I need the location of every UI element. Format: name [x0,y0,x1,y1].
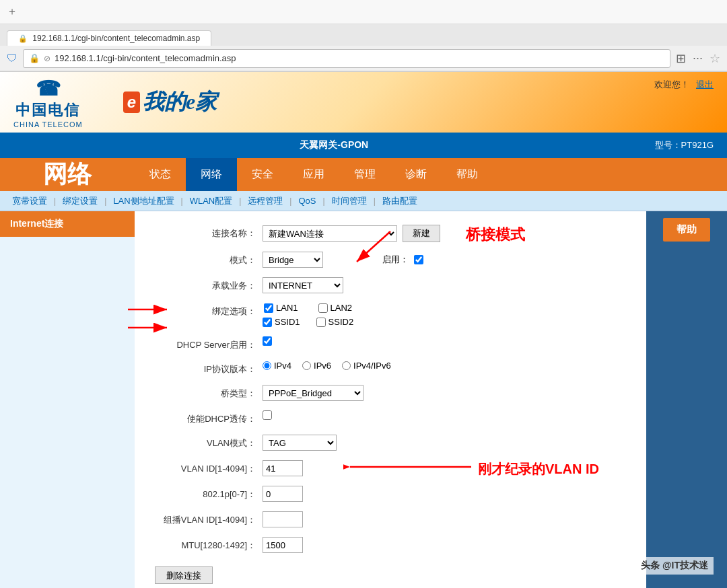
dhcp-passthrough-value [263,410,272,420]
service-value: INTERNET [263,277,343,293]
service-select[interactable]: INTERNET [263,277,343,293]
nav-items: 状态 网络 安全 应用 管理 诊断 帮助 [135,158,493,191]
ssid2-label: SSID2 [328,317,354,327]
mtu-label: MTU[1280-1492]： [155,537,263,552]
sub-nav-route[interactable]: 路由配置 [377,195,423,207]
delete-connection-btn[interactable]: 删除连接 [155,566,213,584]
sub-nav-lan[interactable]: LAN侧地址配置 [108,195,179,207]
new-connection-btn[interactable]: 新建 [403,225,440,242]
ssid2-check-label[interactable]: SSID2 [316,317,354,327]
ipv4-radio-label[interactable]: IPv4 [263,361,291,371]
sub-nav-qos[interactable]: QoS [293,196,321,206]
help-button[interactable]: 帮助 [663,218,710,242]
ipv6-radio-label[interactable]: IPv6 [302,361,331,371]
lock-icon: 🔒 [29,53,40,63]
ipv4-text: IPv4 [274,361,291,371]
lan2-checkbox[interactable] [318,303,328,313]
header-user-actions: 欢迎您！ 退出 [654,79,714,91]
nav-item-diagnose[interactable]: 诊断 [390,158,442,191]
ip-version-label: IP协议版本： [155,361,263,375]
watermark: 头条 @IT技术迷 [635,557,714,575]
form-row-dhcp: DHCP Server启用： [155,336,626,351]
bind-options: LAN1 LAN2 SSID1 [263,303,353,327]
tab-lock-icon: 🔒 [18,34,28,42]
bridge-type-value: PPPoE_Bridged [263,385,364,401]
connection-name-select[interactable]: 新建WAN连接 [263,225,397,242]
lan1-checkbox[interactable] [264,303,273,313]
sidebar: Internet连接 [0,211,135,588]
form-row-dhcp-passthrough: 使能DHCP透传： [155,410,626,425]
mode-value: Bridge 启用： [263,252,423,268]
dhcp-checkbox[interactable] [263,336,272,346]
menu-icon[interactable]: ··· [693,51,703,65]
bridge-type-select[interactable]: PPPoE_Bridged [263,385,364,401]
sub-nav-remote[interactable]: 远程管理 [242,195,288,207]
sub-nav-time[interactable]: 时间管理 [326,195,372,207]
shield-icon: 🛡 [7,52,18,65]
dhcp-value [263,336,272,346]
ssid1-label: SSID1 [275,317,300,327]
ssid1-checkbox[interactable] [263,318,272,327]
bind-line-2: SSID1 SSID2 [263,317,353,327]
nav-item-status[interactable]: 状态 [135,158,186,191]
ssid1-check-label[interactable]: SSID1 [263,317,300,327]
browser-tab[interactable]: 🔒 192.168.1.1/cgi-bin/content_telecomadm… [7,30,211,46]
gateway-model: 型号：PT921G [655,139,714,151]
browser-address-bar: 🛡 🔒 ⊘ 192.168.1.1/cgi-bin/content_teleco… [0,46,727,71]
header: ☎ 中国电信 CHINA TELECOM e 我的e家 欢迎您！ 退出 [0,72,727,133]
ipv6-radio[interactable] [302,361,311,370]
china-telecom-logo: ☎ 中国电信 CHINA TELECOM [13,77,83,128]
nav-item-apps[interactable]: 应用 [288,158,339,191]
nav-item-help[interactable]: 帮助 [442,158,493,191]
sub-nav-wlan[interactable]: WLAN配置 [184,195,238,207]
main-content: 桥接模式 连接名称： 新建WAN连接 [135,211,646,588]
nav-item-network[interactable]: 网络 [186,158,237,191]
mode-select[interactable]: Bridge [263,252,323,268]
vlan-id-input[interactable]: 41 [263,460,303,476]
ipv4v6-radio[interactable] [342,361,351,370]
mtu-input[interactable]: 1500 [263,537,303,553]
nav-item-manage[interactable]: 管理 [339,158,390,191]
bind-label: 绑定选项： [155,303,263,318]
sub-nav-bind[interactable]: 绑定设置 [57,195,103,207]
address-text[interactable]: 192.168.1.1/cgi-bin/content_telecomadmin… [55,53,236,63]
form-row-ip-version: IP协议版本： IPv4 IPv6 IPv4/IPv6 [155,361,626,375]
welcome-text: 欢迎您！ [654,79,689,91]
telecom-sub: CHINA TELECOM [13,120,83,128]
sidebar-item-internet[interactable]: Internet连接 [0,211,135,237]
vlan-mode-select[interactable]: TAG [263,435,337,451]
extensions-icon[interactable]: ⊞ [676,51,686,66]
vlan-id-annotation: 刚才纪录的VLAN ID [478,460,599,478]
form-row-group-vlan: 组播VLAN ID[1-4094]： [155,511,626,527]
dot1p-input[interactable]: 0 [263,486,303,502]
ipv4-radio[interactable] [263,361,271,370]
logo-left: ☎ 中国电信 CHINA TELECOM [13,77,83,128]
nav-section-label-area: 网络 [0,158,135,191]
vlan-mode-value: TAG [263,435,337,451]
lan2-check-label[interactable]: LAN2 [318,303,353,313]
ipv4v6-radio-label[interactable]: IPv4/IPv6 [342,361,391,371]
sub-nav: 宽带设置 | 绑定设置 | LAN侧地址配置 | WLAN配置 | 远程管理 |… [0,191,727,211]
nav-item-security[interactable]: 安全 [237,158,288,191]
dhcp-passthrough-label: 使能DHCP透传： [155,410,263,425]
browser-tab-bar: 🔒 192.168.1.1/cgi-bin/content_telecomadm… [0,24,727,46]
new-tab-icon[interactable]: ＋ [7,5,18,19]
lan1-check-label[interactable]: LAN1 [264,303,298,313]
logout-link[interactable]: 退出 [696,79,714,91]
bridge-type-label: 桥类型： [155,385,263,400]
ssid2-checkbox[interactable] [316,318,326,327]
address-box[interactable]: 🔒 ⊘ 192.168.1.1/cgi-bin/content_telecoma… [23,49,670,68]
group-vlan-input[interactable] [263,511,303,527]
bind-line-1: LAN1 LAN2 [264,303,352,313]
form-row-bind: 绑定选项： LAN1 LAN2 [155,303,626,327]
dhcp-passthrough-checkbox[interactable] [263,410,272,420]
mtu-value: 1500 [263,537,303,553]
ip-version-radios: IPv4 IPv6 IPv4/IPv6 [263,361,391,371]
e-home-label: 我的e家 [143,87,217,117]
bookmark-icon[interactable]: ☆ [709,51,720,66]
sub-nav-broadband[interactable]: 宽带设置 [7,195,53,207]
gateway-title: 天翼网关-GPON [13,139,655,151]
ipv4v6-text: IPv4/IPv6 [353,361,391,371]
enable-checkbox[interactable] [414,255,423,264]
lan2-label: LAN2 [331,303,353,313]
